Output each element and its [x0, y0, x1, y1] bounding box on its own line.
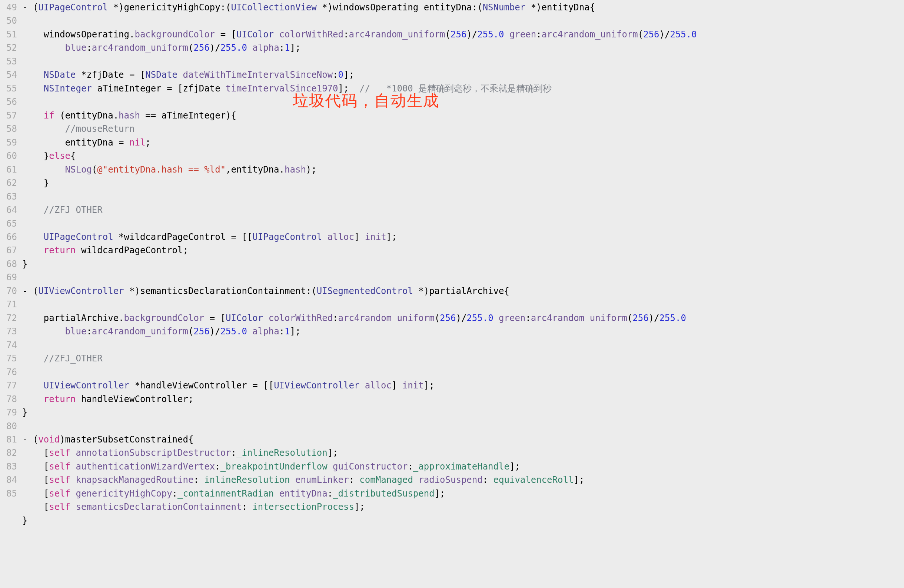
- token-num: 255.0: [220, 43, 247, 53]
- code-line[interactable]: [self genericityHighCopy:_containmentRad…: [22, 487, 904, 500]
- code-line[interactable]: if (entityDna.hash == aTimeInteger){: [22, 109, 904, 122]
- token-kw: return: [44, 245, 76, 255]
- code-line[interactable]: }else{: [22, 149, 904, 162]
- token-ident: _distributedSuspend: [333, 489, 435, 499]
- token-com: //ZFJ_OTHER: [44, 205, 103, 215]
- token-plain: ]: [392, 380, 402, 391]
- code-line[interactable]: - (void)masterSubsetConstrained{: [22, 433, 904, 446]
- code-line[interactable]: [22, 271, 904, 284]
- line-number: 70: [0, 284, 19, 298]
- token-prop: blue: [65, 326, 87, 337]
- code-line[interactable]: [22, 55, 904, 68]
- code-line[interactable]: [22, 339, 904, 352]
- line-number: 49: [0, 1, 19, 14]
- token-plain: :: [279, 43, 284, 53]
- code-line[interactable]: //ZFJ_OTHER: [22, 203, 904, 217]
- token-num: 1: [284, 326, 290, 337]
- line-number: 67: [0, 244, 19, 257]
- token-ident: _intersectionProcess: [247, 502, 354, 512]
- token-plain: handleViewController;: [76, 394, 194, 404]
- token-prop: alpha: [252, 43, 279, 53]
- code-line[interactable]: [22, 14, 904, 27]
- token-plain: )/: [659, 29, 670, 39]
- token-prop: alloc: [327, 232, 354, 242]
- code-line[interactable]: [self semanticsDeclarationContainment:_i…: [22, 500, 904, 514]
- code-line[interactable]: }: [22, 406, 904, 419]
- code-line[interactable]: entityDna = nil;: [22, 136, 904, 149]
- code-line[interactable]: NSLog(@"entityDna.hash == %ld",entityDna…: [22, 163, 904, 176]
- token-plain: [290, 475, 295, 485]
- code-line[interactable]: //ZFJ_OTHER: [22, 352, 904, 365]
- token-plain: (: [188, 326, 193, 337]
- code-line[interactable]: //mouseReturn: [22, 122, 904, 136]
- code-line[interactable]: blue:arc4random_uniform(256)/255.0 alpha…: [22, 41, 904, 54]
- code-line[interactable]: [22, 217, 904, 230]
- code-line[interactable]: NSInteger aTimeInteger = [zfjDate timeIn…: [22, 82, 904, 95]
- code-line[interactable]: [22, 366, 904, 379]
- token-num: 0: [338, 69, 343, 80]
- token-kw: if: [44, 110, 54, 121]
- token-plain: partialArchive.: [22, 313, 124, 323]
- token-ident: _comManaged: [354, 475, 413, 485]
- code-line[interactable]: }: [22, 514, 904, 527]
- code-line[interactable]: [self authenticationWizardVertex:_breakp…: [22, 460, 904, 473]
- token-plain: :: [408, 461, 413, 472]
- token-plain: [70, 461, 76, 472]
- token-plain: *)entityDna{: [525, 2, 595, 13]
- token-plain: - (: [22, 286, 38, 296]
- code-line[interactable]: [22, 190, 904, 203]
- token-kw: self: [49, 448, 70, 458]
- code-line[interactable]: [22, 419, 904, 433]
- token-prop: blue: [65, 43, 87, 53]
- code-editor[interactable]: 4950515253545556575859606162636465666768…: [0, 1, 904, 527]
- code-line[interactable]: [22, 95, 904, 109]
- token-plain: [263, 313, 268, 323]
- token-plain: ];: [327, 448, 338, 458]
- token-plain: [22, 205, 44, 215]
- line-number: 62: [0, 176, 19, 189]
- token-ident: _equivalenceRoll: [488, 475, 574, 485]
- token-plain: entityDna =: [22, 137, 129, 148]
- token-plain: ];: [386, 232, 397, 242]
- token-plain: [686, 313, 691, 323]
- token-plain: )/: [466, 29, 477, 39]
- code-line[interactable]: UIPageControl *wildcardPageControl = [[U…: [22, 230, 904, 244]
- code-area[interactable]: - (UIPageControl *)genericityHighCopy:(U…: [22, 1, 904, 527]
- token-prop: enumLinker: [295, 475, 349, 485]
- code-line[interactable]: }: [22, 176, 904, 189]
- line-number: 73: [0, 325, 19, 338]
- code-line[interactable]: - (UIViewController *)semanticsDeclarati…: [22, 284, 904, 298]
- token-plain: }: [22, 178, 49, 188]
- code-line[interactable]: - (UIPageControl *)genericityHighCopy:(U…: [22, 1, 904, 14]
- code-line[interactable]: return handleViewController;: [22, 393, 904, 406]
- code-line[interactable]: partialArchive.backgroundColor = [UIColo…: [22, 311, 904, 325]
- code-line[interactable]: [self knapsackManagedRoutine:_inlineReso…: [22, 473, 904, 487]
- token-plain: [70, 489, 76, 499]
- token-plain: [: [22, 448, 49, 458]
- token-plain: ];: [290, 43, 301, 53]
- line-number: 64: [0, 203, 19, 217]
- code-line[interactable]: [22, 298, 904, 311]
- code-line[interactable]: windowsOperating.backgroundColor = [UICo…: [22, 28, 904, 41]
- code-line[interactable]: UIViewController *handleViewController =…: [22, 379, 904, 392]
- token-type: NSDate: [44, 69, 76, 80]
- token-plain: *zfjDate = [: [76, 69, 145, 80]
- token-kw: self: [49, 461, 70, 472]
- token-ident: _inlineResolution: [199, 475, 290, 485]
- code-line[interactable]: NSDate *zfjDate = [NSDate dateWithTimeIn…: [22, 68, 904, 82]
- token-plain: [: [22, 475, 49, 485]
- token-plain: :: [86, 43, 92, 53]
- line-number: 72: [0, 311, 19, 325]
- token-plain: :: [327, 489, 333, 499]
- token-plain: [359, 380, 365, 391]
- token-plain: }: [22, 407, 27, 418]
- code-line[interactable]: [self annotationSubscriptDestructor:_inl…: [22, 446, 904, 460]
- line-number: 69: [0, 271, 19, 284]
- token-type: UIViewController: [44, 380, 129, 391]
- code-line[interactable]: return wildcardPageControl;: [22, 244, 904, 257]
- token-plain: ]: [354, 232, 365, 242]
- code-line[interactable]: blue:arc4random_uniform(256)/255.0 alpha…: [22, 325, 904, 338]
- token-prop: annotationSubscriptDestructor: [76, 448, 231, 458]
- token-prop: semanticsDeclarationContainment: [76, 502, 242, 512]
- code-line[interactable]: }: [22, 257, 904, 271]
